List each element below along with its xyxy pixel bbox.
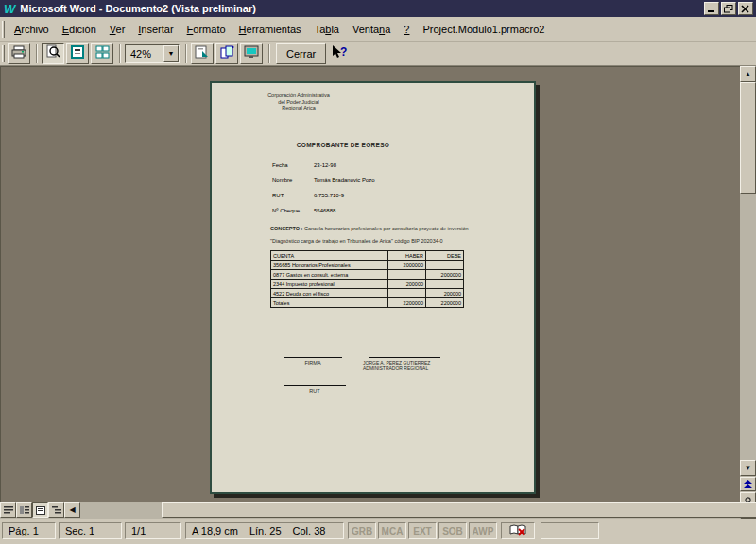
org-header: Corporación Administrativa del Poder Jud…	[249, 93, 348, 111]
one-page-button[interactable]	[66, 43, 89, 64]
horizontal-scroll-thumb[interactable]	[162, 502, 756, 518]
page-layout-icon	[36, 506, 45, 515]
spelling-status-icon	[509, 523, 526, 538]
status-page: Pág. 1	[2, 522, 56, 539]
status-line: Lín. 25	[249, 525, 282, 536]
toolbar-separator	[36, 44, 38, 63]
table-row: 356685 Honorarios Profesionales 2000000	[271, 261, 464, 270]
normal-view-button[interactable]	[0, 502, 16, 518]
vertical-scroll-thumb[interactable]	[740, 82, 756, 194]
menubar-grip[interactable]	[2, 21, 5, 38]
shrink-to-fit-button[interactable]	[215, 43, 238, 64]
concepto-text: Cancela honorarios profesionales por con…	[302, 226, 468, 231]
outline-view-icon	[52, 506, 61, 514]
print-button[interactable]	[8, 43, 30, 64]
toolbar-separator	[119, 44, 121, 63]
firma-label: FIRMA	[284, 360, 342, 366]
window-title: Microsoft Word - Documento2 (Vista preli…	[20, 3, 256, 14]
table-header-row: CUENTA HABER DEBE	[271, 251, 464, 261]
field-nombre: Nombre Tomás Bradanovic Pozo	[272, 178, 461, 185]
svg-text:?: ?	[340, 45, 347, 59]
toolbar-grip[interactable]	[2, 45, 5, 62]
view-ruler-button[interactable]	[191, 43, 214, 64]
org-line: Regional Arica	[249, 105, 348, 111]
toolbar-separator	[268, 44, 270, 63]
status-column: Col. 38	[293, 525, 326, 536]
accounts-table: CUENTA HABER DEBE 356685 Honorarios Prof…	[270, 250, 464, 308]
menu-archivo[interactable]: Archivo	[8, 20, 56, 39]
online-layout-icon	[20, 506, 29, 514]
field-cheque: Nº Cheque 5546888	[272, 208, 461, 215]
multiple-pages-button[interactable]	[91, 43, 113, 64]
word-logo-icon: W	[4, 2, 15, 16]
status-mode-ext[interactable]: EXT	[408, 522, 437, 539]
print-preview-toolbar: 42% ▼	[0, 42, 756, 66]
rut-label: RUT	[284, 388, 346, 394]
horizontal-scrollbar[interactable]: ◀ ▶	[0, 502, 740, 518]
table-row: 4522 Deuda con el fisco 200000	[271, 289, 464, 298]
view-ruler-icon	[195, 45, 210, 62]
magnifier-button[interactable]	[42, 43, 64, 64]
vertical-scrollbar[interactable]: ▲ ▼	[740, 66, 756, 518]
online-layout-view-button[interactable]	[16, 502, 32, 518]
signer-line	[369, 357, 440, 358]
scroll-up-button[interactable]: ▲	[740, 66, 756, 82]
menu-project-macro[interactable]: Project.Módulo1.prmacro2	[416, 20, 551, 39]
preview-workspace: Corporación Administrativa del Poder Jud…	[0, 66, 740, 502]
restore-button[interactable]	[721, 2, 736, 15]
help-button[interactable]: ?	[328, 43, 351, 64]
scroll-down-button[interactable]: ▼	[740, 460, 756, 476]
close-preview-button[interactable]: Cerrar	[276, 43, 326, 64]
page-layout-view-button[interactable]	[32, 502, 48, 518]
spelling-status-panel[interactable]	[501, 522, 535, 539]
full-screen-button[interactable]	[240, 43, 263, 64]
menu-tabla[interactable]: Tabla	[308, 20, 346, 39]
status-page-of: 1/1	[125, 522, 181, 539]
normal-view-icon	[4, 506, 13, 514]
menu-ver[interactable]: Ver	[103, 20, 132, 39]
status-position: A 18,9 cm	[192, 525, 238, 536]
scroll-left-button[interactable]: ◀	[64, 502, 80, 518]
table-row: 0877 Gastos en consult. externa 2000000	[271, 270, 464, 280]
minimize-button[interactable]	[704, 2, 719, 15]
concepto-line2: "Diagnóstico carga de trabajo en Tribuna…	[270, 238, 516, 244]
status-position-panel: A 18,9 cm Lín. 25 Col. 38	[185, 522, 344, 539]
close-button[interactable]	[738, 2, 753, 15]
full-screen-icon	[244, 45, 259, 62]
status-mode-grb[interactable]: GRB	[348, 522, 376, 539]
chevron-down-icon[interactable]: ▼	[163, 45, 179, 62]
menu-ayuda[interactable]: ?	[397, 20, 416, 39]
status-section: Sec. 1	[59, 522, 122, 539]
menu-herramientas[interactable]: Herramientas	[232, 20, 308, 39]
col-cuenta: CUENTA	[271, 251, 388, 261]
toolbar-separator	[185, 44, 187, 63]
printer-icon	[11, 45, 26, 62]
table-row: 2344 Impuesto profesional 200000	[271, 280, 464, 289]
document-page[interactable]: Corporación Administrativa del Poder Jud…	[210, 81, 536, 494]
menubar: Archivo Edición Ver Insertar Formato Her…	[0, 17, 756, 42]
zoom-value[interactable]: 42%	[126, 48, 163, 60]
menu-ventana[interactable]: Ventana	[346, 20, 397, 39]
horizontal-scroll-track[interactable]	[80, 502, 724, 518]
outline-view-button[interactable]	[48, 502, 64, 518]
concepto-label: CONCEPTO :	[270, 226, 302, 231]
col-debe: DEBE	[426, 251, 464, 261]
arrow-left-icon: ◀	[69, 506, 75, 514]
status-mode-sob[interactable]: SOB	[438, 522, 467, 539]
menu-insertar[interactable]: Insertar	[131, 20, 180, 39]
signer-block: JORGE A. PEREZ GUTIERREZ ADMINISTRADOR R…	[363, 360, 454, 371]
multiple-pages-icon	[95, 45, 110, 62]
status-mode-awp[interactable]: AWP	[469, 522, 497, 539]
menu-edicion[interactable]: Edición	[56, 20, 103, 39]
zoom-combobox[interactable]: 42% ▼	[125, 44, 180, 63]
minimize-icon	[707, 5, 716, 13]
field-rut: RUT 6.755.710-9	[272, 193, 461, 200]
shrink-to-fit-icon	[220, 45, 234, 62]
concepto-line1: CONCEPTO : Cancela honorarios profesiona…	[270, 226, 516, 231]
menu-formato[interactable]: Formato	[180, 20, 232, 39]
close-icon	[741, 5, 750, 13]
status-mode-mca[interactable]: MCA	[378, 522, 406, 539]
one-page-icon	[71, 45, 84, 62]
arrow-up-icon: ▲	[745, 71, 752, 78]
field-value: 5546888	[314, 208, 335, 213]
